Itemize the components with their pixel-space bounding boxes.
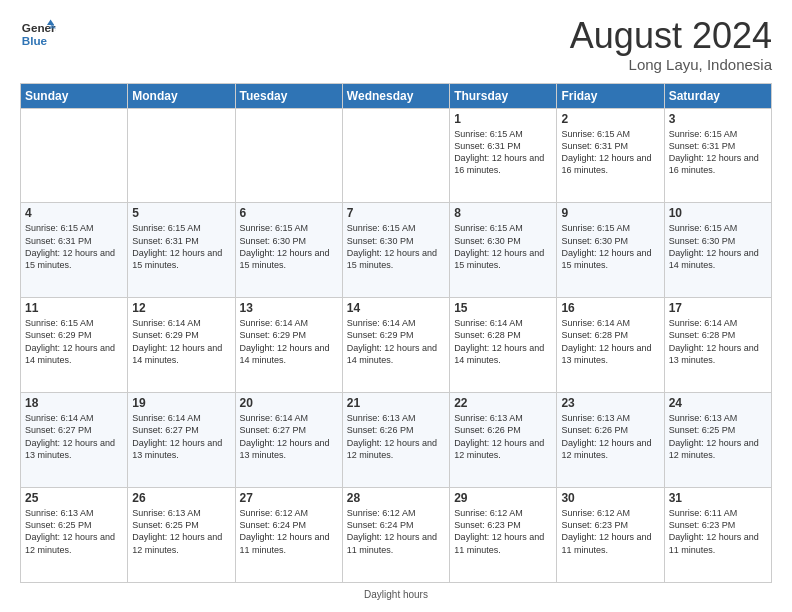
day-detail: Sunrise: 6:12 AM Sunset: 6:24 PM Dayligh… (240, 507, 338, 556)
calendar-cell: 5Sunrise: 6:15 AM Sunset: 6:31 PM Daylig… (128, 203, 235, 298)
calendar-cell: 19Sunrise: 6:14 AM Sunset: 6:27 PM Dayli… (128, 393, 235, 488)
day-detail: Sunrise: 6:15 AM Sunset: 6:29 PM Dayligh… (25, 317, 123, 366)
day-detail: Sunrise: 6:15 AM Sunset: 6:30 PM Dayligh… (347, 222, 445, 271)
day-detail: Sunrise: 6:14 AM Sunset: 6:29 PM Dayligh… (132, 317, 230, 366)
day-number: 19 (132, 396, 230, 410)
day-number: 15 (454, 301, 552, 315)
day-detail: Sunrise: 6:15 AM Sunset: 6:31 PM Dayligh… (669, 128, 767, 177)
day-detail: Sunrise: 6:14 AM Sunset: 6:27 PM Dayligh… (132, 412, 230, 461)
day-number: 20 (240, 396, 338, 410)
calendar-cell: 9Sunrise: 6:15 AM Sunset: 6:30 PM Daylig… (557, 203, 664, 298)
logo: General Blue (20, 16, 56, 52)
week-row-5: 25Sunrise: 6:13 AM Sunset: 6:25 PM Dayli… (21, 488, 772, 583)
calendar-cell: 13Sunrise: 6:14 AM Sunset: 6:29 PM Dayli… (235, 298, 342, 393)
col-header-friday: Friday (557, 83, 664, 108)
day-number: 5 (132, 206, 230, 220)
calendar-cell: 25Sunrise: 6:13 AM Sunset: 6:25 PM Dayli… (21, 488, 128, 583)
logo-icon: General Blue (20, 16, 56, 52)
col-header-sunday: Sunday (21, 83, 128, 108)
day-number: 22 (454, 396, 552, 410)
col-header-thursday: Thursday (450, 83, 557, 108)
calendar-cell (21, 108, 128, 203)
day-detail: Sunrise: 6:13 AM Sunset: 6:25 PM Dayligh… (132, 507, 230, 556)
col-header-wednesday: Wednesday (342, 83, 449, 108)
day-number: 2 (561, 112, 659, 126)
week-row-2: 4Sunrise: 6:15 AM Sunset: 6:31 PM Daylig… (21, 203, 772, 298)
day-number: 13 (240, 301, 338, 315)
calendar-cell: 22Sunrise: 6:13 AM Sunset: 6:26 PM Dayli… (450, 393, 557, 488)
week-row-1: 1Sunrise: 6:15 AM Sunset: 6:31 PM Daylig… (21, 108, 772, 203)
day-detail: Sunrise: 6:15 AM Sunset: 6:30 PM Dayligh… (669, 222, 767, 271)
header-row: SundayMondayTuesdayWednesdayThursdayFrid… (21, 83, 772, 108)
col-header-tuesday: Tuesday (235, 83, 342, 108)
day-detail: Sunrise: 6:13 AM Sunset: 6:26 PM Dayligh… (561, 412, 659, 461)
day-detail: Sunrise: 6:12 AM Sunset: 6:24 PM Dayligh… (347, 507, 445, 556)
day-number: 28 (347, 491, 445, 505)
day-number: 10 (669, 206, 767, 220)
day-detail: Sunrise: 6:14 AM Sunset: 6:29 PM Dayligh… (240, 317, 338, 366)
day-number: 24 (669, 396, 767, 410)
day-number: 30 (561, 491, 659, 505)
day-number: 12 (132, 301, 230, 315)
col-header-saturday: Saturday (664, 83, 771, 108)
calendar-cell: 1Sunrise: 6:15 AM Sunset: 6:31 PM Daylig… (450, 108, 557, 203)
calendar-cell: 11Sunrise: 6:15 AM Sunset: 6:29 PM Dayli… (21, 298, 128, 393)
calendar-cell: 12Sunrise: 6:14 AM Sunset: 6:29 PM Dayli… (128, 298, 235, 393)
day-detail: Sunrise: 6:14 AM Sunset: 6:27 PM Dayligh… (25, 412, 123, 461)
day-number: 25 (25, 491, 123, 505)
day-detail: Sunrise: 6:12 AM Sunset: 6:23 PM Dayligh… (561, 507, 659, 556)
day-number: 18 (25, 396, 123, 410)
day-detail: Sunrise: 6:15 AM Sunset: 6:30 PM Dayligh… (240, 222, 338, 271)
calendar-cell (235, 108, 342, 203)
day-detail: Sunrise: 6:13 AM Sunset: 6:26 PM Dayligh… (454, 412, 552, 461)
day-number: 16 (561, 301, 659, 315)
calendar-cell (128, 108, 235, 203)
calendar-cell: 21Sunrise: 6:13 AM Sunset: 6:26 PM Dayli… (342, 393, 449, 488)
day-number: 6 (240, 206, 338, 220)
col-header-monday: Monday (128, 83, 235, 108)
day-number: 31 (669, 491, 767, 505)
day-detail: Sunrise: 6:14 AM Sunset: 6:28 PM Dayligh… (669, 317, 767, 366)
calendar-table: SundayMondayTuesdayWednesdayThursdayFrid… (20, 83, 772, 583)
day-number: 29 (454, 491, 552, 505)
calendar-cell: 10Sunrise: 6:15 AM Sunset: 6:30 PM Dayli… (664, 203, 771, 298)
calendar-cell: 29Sunrise: 6:12 AM Sunset: 6:23 PM Dayli… (450, 488, 557, 583)
subtitle: Long Layu, Indonesia (570, 56, 772, 73)
title-block: August 2024 Long Layu, Indonesia (570, 16, 772, 73)
calendar-cell: 23Sunrise: 6:13 AM Sunset: 6:26 PM Dayli… (557, 393, 664, 488)
week-row-3: 11Sunrise: 6:15 AM Sunset: 6:29 PM Dayli… (21, 298, 772, 393)
calendar-cell: 14Sunrise: 6:14 AM Sunset: 6:29 PM Dayli… (342, 298, 449, 393)
day-number: 26 (132, 491, 230, 505)
day-detail: Sunrise: 6:14 AM Sunset: 6:28 PM Dayligh… (561, 317, 659, 366)
day-detail: Sunrise: 6:11 AM Sunset: 6:23 PM Dayligh… (669, 507, 767, 556)
day-detail: Sunrise: 6:15 AM Sunset: 6:31 PM Dayligh… (561, 128, 659, 177)
calendar-cell: 20Sunrise: 6:14 AM Sunset: 6:27 PM Dayli… (235, 393, 342, 488)
day-detail: Sunrise: 6:15 AM Sunset: 6:31 PM Dayligh… (132, 222, 230, 271)
day-detail: Sunrise: 6:12 AM Sunset: 6:23 PM Dayligh… (454, 507, 552, 556)
calendar-cell: 4Sunrise: 6:15 AM Sunset: 6:31 PM Daylig… (21, 203, 128, 298)
day-number: 21 (347, 396, 445, 410)
calendar-cell: 18Sunrise: 6:14 AM Sunset: 6:27 PM Dayli… (21, 393, 128, 488)
day-detail: Sunrise: 6:14 AM Sunset: 6:28 PM Dayligh… (454, 317, 552, 366)
footer-text: Daylight hours (364, 589, 428, 600)
calendar-cell (342, 108, 449, 203)
day-number: 23 (561, 396, 659, 410)
day-detail: Sunrise: 6:15 AM Sunset: 6:31 PM Dayligh… (25, 222, 123, 271)
footer: Daylight hours (20, 589, 772, 600)
calendar-cell: 8Sunrise: 6:15 AM Sunset: 6:30 PM Daylig… (450, 203, 557, 298)
svg-text:Blue: Blue (22, 34, 48, 47)
day-detail: Sunrise: 6:13 AM Sunset: 6:25 PM Dayligh… (25, 507, 123, 556)
calendar-cell: 26Sunrise: 6:13 AM Sunset: 6:25 PM Dayli… (128, 488, 235, 583)
calendar-cell: 3Sunrise: 6:15 AM Sunset: 6:31 PM Daylig… (664, 108, 771, 203)
calendar-cell: 31Sunrise: 6:11 AM Sunset: 6:23 PM Dayli… (664, 488, 771, 583)
calendar-cell: 2Sunrise: 6:15 AM Sunset: 6:31 PM Daylig… (557, 108, 664, 203)
day-number: 9 (561, 206, 659, 220)
week-row-4: 18Sunrise: 6:14 AM Sunset: 6:27 PM Dayli… (21, 393, 772, 488)
calendar-cell: 30Sunrise: 6:12 AM Sunset: 6:23 PM Dayli… (557, 488, 664, 583)
day-detail: Sunrise: 6:13 AM Sunset: 6:25 PM Dayligh… (669, 412, 767, 461)
calendar-cell: 27Sunrise: 6:12 AM Sunset: 6:24 PM Dayli… (235, 488, 342, 583)
day-detail: Sunrise: 6:13 AM Sunset: 6:26 PM Dayligh… (347, 412, 445, 461)
day-number: 27 (240, 491, 338, 505)
calendar-cell: 15Sunrise: 6:14 AM Sunset: 6:28 PM Dayli… (450, 298, 557, 393)
main-title: August 2024 (570, 16, 772, 56)
